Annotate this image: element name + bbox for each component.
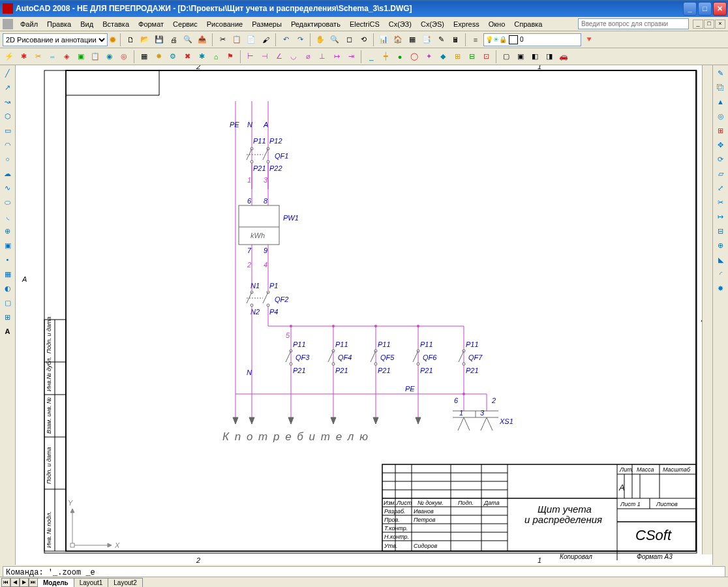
mirror-button[interactable]: ▲: [714, 95, 727, 108]
zoom-prev-button[interactable]: ⟲: [357, 33, 370, 46]
dim-aligned-button[interactable]: ⊣: [258, 50, 271, 63]
explode-button[interactable]: ✸: [714, 282, 727, 295]
menu-service[interactable]: Сервис: [168, 19, 202, 29]
e-btn-x2[interactable]: ✱: [195, 50, 208, 63]
e-node-2[interactable]: ◯: [408, 50, 421, 63]
maximize-button[interactable]: □: [698, 2, 712, 16]
tab-model[interactable]: Модель: [37, 578, 74, 588]
undo-button[interactable]: ↶: [279, 33, 292, 46]
e-btn-1[interactable]: ⚡: [3, 50, 16, 63]
table-button[interactable]: ⊞: [1, 310, 14, 324]
polyline-button[interactable]: ↝: [1, 95, 14, 108]
e-btn-sun[interactable]: ✸: [152, 50, 165, 63]
dim-linear-button[interactable]: ⊢: [244, 50, 257, 63]
menu-cx1[interactable]: Cx(ЭЗ): [384, 19, 416, 29]
break-button[interactable]: ⊟: [714, 224, 727, 237]
erase-button[interactable]: ✎: [714, 67, 727, 80]
match-button[interactable]: 🖌: [259, 33, 272, 46]
designcenter-button[interactable]: 🏠: [391, 33, 404, 46]
tab-layout1[interactable]: Layout1: [74, 578, 109, 588]
pan-button[interactable]: ✋: [314, 33, 327, 46]
markup-button[interactable]: ✎: [434, 33, 447, 46]
e-btn-9[interactable]: ◎: [117, 50, 130, 63]
extend-button[interactable]: ↦: [714, 210, 727, 223]
dim-ord-button[interactable]: ⊥: [316, 50, 329, 63]
doc-minimize-button[interactable]: _: [693, 20, 703, 29]
hatch-button[interactable]: ▦: [1, 267, 14, 280]
e-btn-5[interactable]: ◈: [60, 50, 73, 63]
sheetset-button[interactable]: 📑: [420, 33, 433, 46]
region-button[interactable]: ▢: [1, 296, 14, 309]
dim-angular-button[interactable]: ∠: [273, 50, 286, 63]
minimize-button[interactable]: _: [683, 2, 697, 16]
menu-express[interactable]: Express: [449, 19, 484, 29]
e-tool-b[interactable]: ⊟: [465, 50, 478, 63]
drawing-canvas[interactable]: 2 1 А А 2 1 X Y PE N A: [16, 65, 712, 565]
menu-insert[interactable]: Вставка: [98, 19, 134, 29]
circle-button[interactable]: ○: [1, 153, 14, 166]
e-block-2[interactable]: ▣: [514, 50, 527, 63]
rotate-button[interactable]: ⟳: [714, 153, 727, 166]
e-tool-a[interactable]: ⊞: [451, 50, 464, 63]
fillet-button[interactable]: ◜: [714, 267, 727, 280]
tab-prev-button[interactable]: ◀: [10, 578, 20, 587]
menu-format[interactable]: Формат: [134, 19, 168, 29]
array-button[interactable]: ⊞: [714, 124, 727, 137]
offset-button[interactable]: ◎: [714, 110, 727, 123]
dim-base-button[interactable]: ↦: [330, 50, 343, 63]
publish-button[interactable]: 📤: [196, 33, 209, 46]
menu-edit[interactable]: Правка: [42, 19, 76, 29]
menu-file[interactable]: Файл: [16, 19, 42, 29]
e-btn-8[interactable]: ◉: [103, 50, 116, 63]
trim-button[interactable]: ✂: [714, 196, 727, 209]
block-button[interactable]: ▣: [1, 239, 14, 252]
menu-modify[interactable]: Редактировать: [286, 19, 345, 29]
new-button[interactable]: 🗋: [124, 33, 137, 46]
layer-filter-button[interactable]: 🔻: [583, 33, 596, 46]
ellipsearc-button[interactable]: ◟: [1, 210, 14, 223]
e-btn-4[interactable]: ⎓: [46, 50, 59, 63]
move-button[interactable]: ✥: [714, 138, 727, 151]
e-btn-3[interactable]: ✂: [31, 50, 44, 63]
e-block-3[interactable]: ◧: [528, 50, 541, 63]
e-tool-c[interactable]: ⊡: [479, 50, 493, 63]
ellipse-button[interactable]: ⬭: [1, 196, 14, 209]
e-btn-grid[interactable]: ▦: [138, 50, 151, 63]
e-btn-6[interactable]: ▣: [74, 50, 87, 63]
polygon-button[interactable]: ⬡: [1, 110, 14, 123]
e-wire-2[interactable]: ┿: [379, 50, 392, 63]
toolpalette-button[interactable]: ▦: [406, 33, 419, 46]
zoom-window-button[interactable]: ◻: [342, 33, 356, 46]
scrollbar-vertical[interactable]: [702, 65, 712, 554]
zoom-button[interactable]: 🔍: [328, 33, 341, 46]
tab-first-button[interactable]: ⏮: [1, 578, 10, 587]
join-button[interactable]: ⊕: [714, 239, 727, 252]
tab-next-button[interactable]: ▶: [20, 578, 29, 587]
point-button[interactable]: •: [1, 253, 14, 266]
dim-radius-button[interactable]: ◡: [287, 50, 300, 63]
spline-button[interactable]: ∿: [1, 181, 14, 194]
e-wire-1[interactable]: ⎯: [365, 50, 378, 63]
doc-close-button[interactable]: ×: [715, 20, 725, 29]
stretch-button[interactable]: ⤢: [714, 181, 727, 194]
e-btn-2[interactable]: ✱: [17, 50, 30, 63]
layer-combo[interactable]: 💡☀🔒 0: [483, 33, 581, 46]
paste-button[interactable]: 📄: [245, 33, 258, 46]
e-mark-1[interactable]: ✦: [422, 50, 435, 63]
e-btn-x1[interactable]: ✖: [181, 50, 194, 63]
menu-help[interactable]: Справка: [509, 19, 547, 29]
copy-button[interactable]: 📋: [230, 33, 243, 46]
scale-button[interactable]: ▱: [714, 167, 727, 180]
e-node-1[interactable]: ●: [393, 50, 406, 63]
menu-dim[interactable]: Размеры: [247, 19, 286, 29]
workspace-gear-icon[interactable]: ✹: [109, 35, 117, 45]
insert-button[interactable]: ⊕: [1, 224, 14, 237]
xline-button[interactable]: ↗: [1, 81, 14, 94]
scrollbar-horizontal[interactable]: [143, 577, 728, 587]
dim-diameter-button[interactable]: ⌀: [301, 50, 314, 63]
revcloud-button[interactable]: ☁: [1, 167, 14, 180]
copy-obj-button[interactable]: ⿻: [714, 81, 727, 94]
line-button[interactable]: ╱: [1, 67, 14, 80]
layer-props-button[interactable]: ≡: [469, 33, 482, 46]
menu-view[interactable]: Вид: [76, 19, 98, 29]
